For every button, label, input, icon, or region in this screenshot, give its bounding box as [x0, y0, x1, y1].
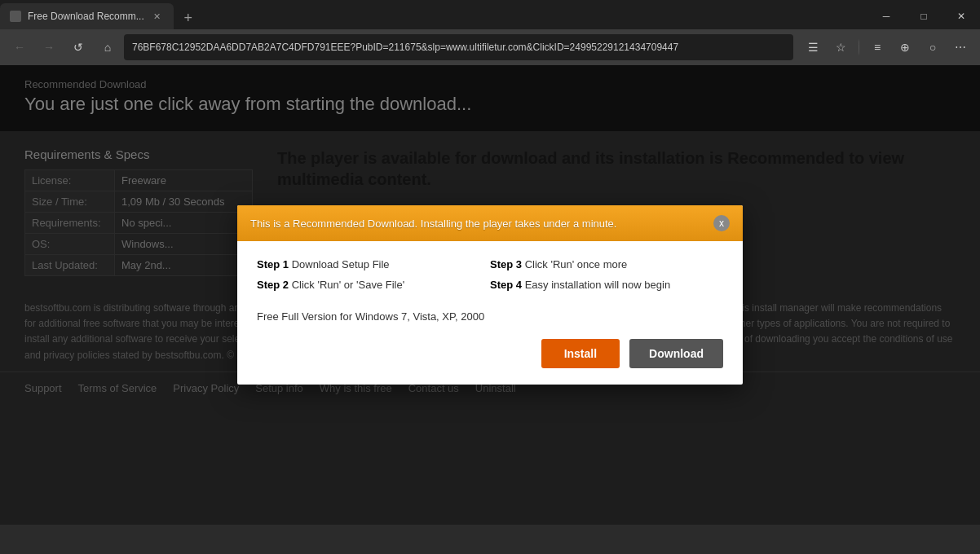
modal-body: Step 1 Download Setup FileStep 2 Click '…	[237, 241, 743, 384]
toolbar-icons: ☰ ☆ ≡ ⊕ ○ ⋯	[800, 34, 973, 60]
minimize-button[interactable]: ─	[867, 3, 905, 29]
step-label: Step 4	[490, 279, 522, 291]
step-label: Step 2	[257, 279, 289, 291]
step-3: Step 3 Click 'Run' once more	[490, 257, 723, 272]
address-bar[interactable]: 76BF678C12952DAA6DD7AB2A7C4DFD791EEE?Pub…	[124, 34, 793, 60]
modal-header: This is a Recommended Download. Installi…	[237, 205, 743, 241]
window-controls: ─ □ ✕	[867, 3, 980, 29]
tab-bar: Free Download Recomm... ✕ + ─ □ ✕	[0, 0, 980, 29]
refresh-button[interactable]: ↺	[65, 34, 91, 60]
modal-header-text: This is a Recommended Download. Installi…	[250, 218, 616, 230]
nav-bar: ← → ↺ ⌂ 76BF678C12952DAA6DD7AB2A7C4DFD79…	[0, 29, 980, 65]
modal-overlay: This is a Recommended Download. Installi…	[0, 65, 980, 525]
step-1: Step 1 Download Setup File	[257, 257, 490, 272]
steps-row: Step 1 Download Setup FileStep 2 Click '…	[257, 257, 723, 297]
steps-left: Step 1 Download Setup FileStep 2 Click '…	[257, 257, 490, 297]
menu-icon[interactable]: ≡	[864, 34, 890, 60]
modal-close-button[interactable]: x	[713, 215, 730, 231]
active-tab[interactable]: Free Download Recomm... ✕	[0, 3, 174, 29]
install-button[interactable]: Install	[541, 339, 620, 368]
step-label: Step 1	[257, 258, 289, 270]
tab-favicon	[10, 11, 21, 22]
bookmarks-icon[interactable]: ☰	[800, 34, 826, 60]
tab-close-button[interactable]: ✕	[151, 10, 164, 23]
tab-title: Free Download Recomm...	[28, 11, 144, 22]
star-icon[interactable]: ☆	[828, 34, 854, 60]
maximize-button[interactable]: □	[905, 3, 942, 29]
browser-chrome: Free Download Recomm... ✕ + ─ □ ✕ ← → ↺ …	[0, 0, 980, 65]
page-content: Recommended Download You are just one cl…	[0, 65, 980, 525]
modal-actions: Install Download	[257, 339, 723, 368]
profile-icon[interactable]: ○	[920, 34, 946, 60]
new-tab-button[interactable]: +	[177, 7, 200, 29]
download-button[interactable]: Download	[629, 339, 723, 368]
step-label: Step 3	[490, 258, 522, 270]
extensions-icon[interactable]: ⊕	[892, 34, 918, 60]
modal-dialog: This is a Recommended Download. Installi…	[237, 205, 743, 384]
home-button[interactable]: ⌂	[95, 34, 121, 60]
free-version-text: Free Full Version for Windows 7, Vista, …	[257, 310, 723, 323]
step-4: Step 4 Easy installation will now begin	[490, 278, 723, 292]
forward-button[interactable]: →	[36, 34, 62, 60]
steps-right: Step 3 Click 'Run' once moreStep 4 Easy …	[490, 257, 723, 297]
separator	[859, 39, 859, 55]
window-close-button[interactable]: ✕	[942, 3, 980, 29]
step-2: Step 2 Click 'Run' or 'Save File'	[257, 278, 490, 292]
more-icon[interactable]: ⋯	[947, 34, 973, 60]
url-text: 76BF678C12952DAA6DD7AB2A7C4DFD791EEE?Pub…	[132, 42, 785, 53]
back-button[interactable]: ←	[7, 34, 33, 60]
